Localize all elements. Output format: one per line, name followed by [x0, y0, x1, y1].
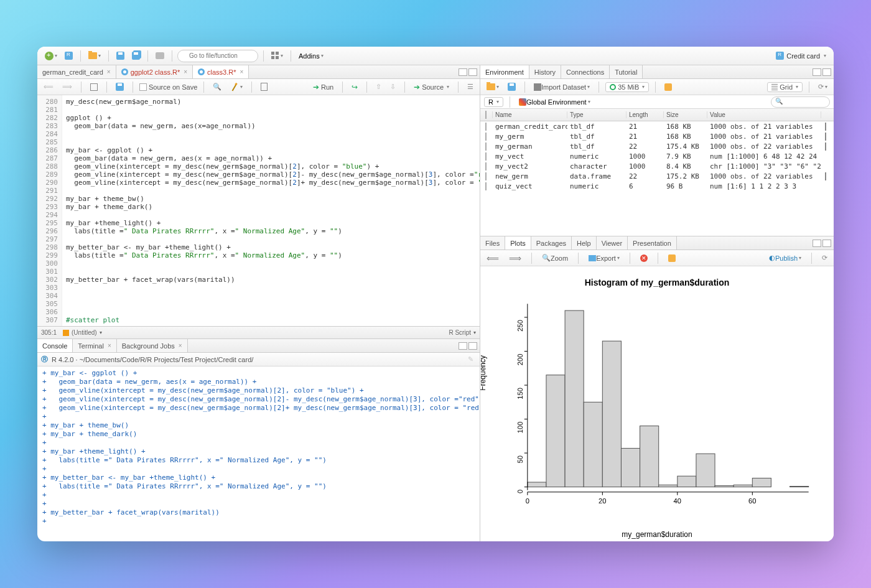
row-checkbox[interactable]	[485, 172, 487, 180]
env-row[interactable]: german_credit_card tbl_df 21 168 KB 1000…	[480, 121, 834, 131]
save-button[interactable]	[114, 50, 127, 61]
tab-history[interactable]: History	[529, 65, 561, 78]
env-row[interactable]: my_german tbl_df 22 175.4 KB 1000 obs. o…	[480, 141, 834, 151]
source-up-button[interactable]: ⇧	[373, 82, 384, 92]
tab-background-jobs[interactable]: Background Jobs×	[117, 339, 188, 352]
source-tab-2[interactable]: ggplot2 class.R*×	[116, 65, 193, 78]
addins-button[interactable]: Addins	[296, 51, 326, 61]
row-checkbox[interactable]	[485, 152, 487, 161]
row-checkbox[interactable]	[485, 182, 487, 190]
memory-usage[interactable]: 35 MiB	[605, 82, 649, 92]
tab-connections[interactable]: Connections	[561, 65, 610, 78]
tab-plots[interactable]: Plots	[505, 236, 531, 250]
print-button[interactable]	[153, 51, 167, 60]
scope-selector[interactable]: Global Environment	[516, 97, 593, 107]
col-length[interactable]: Length	[626, 111, 664, 118]
row-checkbox[interactable]	[485, 142, 487, 151]
minimize-pane-button[interactable]	[813, 240, 821, 247]
export-button[interactable]: Export	[586, 253, 622, 263]
env-row[interactable]: quiz_vect numeric 6 96 B num [1:6] 1 1 2…	[480, 181, 834, 191]
select-all-checkbox[interactable]	[485, 111, 487, 119]
tab-viewer[interactable]: Viewer	[597, 236, 628, 250]
col-type[interactable]: Type	[567, 111, 626, 118]
zoom-button[interactable]: 🔍 Zoom	[539, 253, 571, 263]
plot-prev-button[interactable]: ⟸	[484, 252, 501, 264]
tab-console[interactable]: Console	[37, 339, 73, 352]
compile-report-button[interactable]	[258, 82, 270, 92]
goto-file-input[interactable]	[177, 50, 258, 62]
workspace-panes-button[interactable]	[269, 50, 286, 61]
refresh-button[interactable]: ⟳	[816, 82, 830, 92]
source-on-save-toggle[interactable]: Source on Save	[139, 83, 197, 91]
console-output[interactable]: + my_bar <- ggplot () + + geom_bar(data …	[37, 366, 480, 541]
source-button[interactable]: ➔Source	[411, 82, 452, 93]
save-doc-button[interactable]	[113, 82, 126, 92]
close-icon[interactable]: ×	[240, 68, 244, 75]
close-icon[interactable]: ×	[107, 68, 111, 75]
row-checkbox[interactable]	[485, 162, 487, 170]
tab-environment[interactable]: Environment	[480, 65, 529, 78]
save-workspace-button[interactable]	[505, 82, 518, 92]
view-data-icon[interactable]	[825, 172, 826, 180]
code-tools-button[interactable]	[228, 82, 245, 93]
source-tab-1[interactable]: german_credit_card×	[37, 65, 116, 78]
col-value[interactable]: Value	[707, 111, 821, 118]
remove-plot-button[interactable]: ✕	[638, 253, 650, 263]
view-data-icon[interactable]	[825, 142, 826, 151]
new-file-button[interactable]	[42, 50, 60, 62]
project-menu[interactable]: Credit card	[776, 52, 826, 60]
tab-presentation[interactable]: Presentation	[628, 236, 677, 250]
env-search-input[interactable]: 🔍	[771, 96, 830, 108]
view-data-icon[interactable]	[825, 123, 826, 131]
row-checkbox[interactable]	[485, 133, 487, 141]
minimize-pane-button[interactable]	[459, 68, 467, 76]
new-project-button[interactable]	[62, 50, 75, 61]
maximize-pane-button[interactable]	[822, 240, 831, 247]
refresh-plot-button[interactable]: ⟳	[819, 253, 830, 263]
source-down-button[interactable]: ⇩	[388, 82, 398, 92]
env-row[interactable]: new_germ data.frame 22 175.2 KB 1000 obs…	[480, 171, 834, 181]
section-nav[interactable]: (Untitled) ▾	[63, 329, 102, 336]
forward-button[interactable]: ⟹	[60, 82, 75, 92]
find-button[interactable]: 🔍	[210, 82, 224, 92]
rerun-button[interactable]: ↪	[349, 82, 360, 93]
popout-button[interactable]	[88, 82, 100, 92]
code-editor[interactable]: 280 281 282 283 284 285 286 287 288 289 …	[37, 95, 480, 326]
plot-next-button[interactable]: ⟹	[506, 252, 524, 264]
language-selector[interactable]: R	[484, 97, 503, 107]
maximize-pane-button[interactable]	[468, 68, 477, 76]
maximize-pane-button[interactable]	[822, 68, 831, 76]
clear-objects-button[interactable]	[662, 82, 674, 92]
tab-help[interactable]: Help	[572, 236, 597, 250]
maximize-pane-button[interactable]	[468, 342, 477, 350]
import-dataset-button[interactable]: Import Dataset	[531, 82, 592, 92]
col-name[interactable]: Name	[493, 111, 567, 118]
env-row[interactable]: my_germ tbl_df 21 168 KB 1000 obs. of 21…	[480, 131, 834, 141]
tab-packages[interactable]: Packages	[531, 236, 572, 250]
close-icon[interactable]: ×	[184, 68, 187, 75]
open-file-button[interactable]	[86, 51, 103, 60]
close-icon[interactable]: ×	[179, 342, 182, 349]
minimize-pane-button[interactable]	[813, 68, 821, 76]
console-options-button[interactable]: ✎	[465, 354, 476, 365]
tab-terminal[interactable]: Terminal×	[73, 339, 116, 352]
clear-plots-button[interactable]	[666, 253, 678, 263]
close-icon[interactable]: ×	[108, 342, 111, 349]
run-button[interactable]: ➔Run	[310, 82, 336, 93]
back-button[interactable]: ⟸	[41, 82, 56, 92]
load-workspace-button[interactable]	[484, 82, 501, 91]
doc-type-label[interactable]: R Script	[449, 329, 471, 336]
view-data-icon[interactable]	[825, 133, 826, 141]
env-row[interactable]: my_vect2 character 1000 8.4 KB chr [1:10…	[480, 161, 834, 171]
view-mode-button[interactable]: Grid	[767, 82, 803, 92]
env-row[interactable]: my_vect numeric 1000 7.9 KB num [1:1000]…	[480, 151, 834, 161]
tab-tutorial[interactable]: Tutorial	[610, 65, 643, 78]
minimize-pane-button[interactable]	[459, 342, 467, 350]
col-size[interactable]: Size	[664, 111, 707, 118]
source-tab-3[interactable]: class3.R*×	[193, 65, 249, 78]
tab-files[interactable]: Files	[480, 236, 505, 250]
row-checkbox[interactable]	[485, 123, 487, 131]
save-all-button[interactable]	[129, 50, 142, 61]
publish-button[interactable]: ◐ Publish	[766, 253, 804, 263]
outline-button[interactable]: ☰	[465, 82, 476, 92]
